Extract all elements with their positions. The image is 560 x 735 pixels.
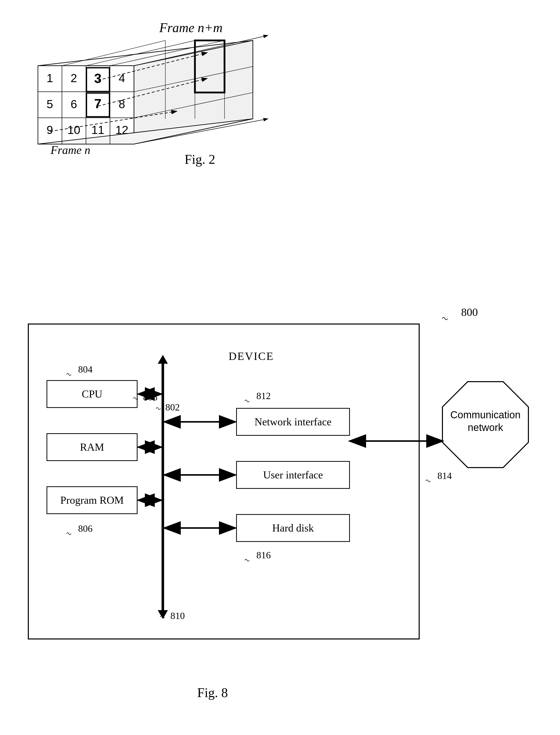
device-label: DEVICE: [229, 350, 274, 363]
ram-box: RAM: [47, 433, 138, 461]
ref-812: 812: [256, 390, 271, 401]
svg-text:5: 5: [47, 98, 53, 111]
ref-810: 810: [170, 610, 185, 621]
frame-n-label: Frame n: [51, 143, 90, 157]
hddisk-box: Hard disk: [236, 514, 350, 542]
svg-text:2: 2: [71, 72, 77, 85]
ref-804-tilde: ~: [64, 368, 73, 380]
ref-814: 814: [437, 470, 452, 481]
ref-816-tilde: ~: [243, 554, 251, 566]
ref-806-tilde: ~: [64, 527, 73, 540]
fig2-caption: Fig. 2: [185, 152, 215, 167]
cpu-label: CPU: [82, 388, 102, 400]
ref-804: 804: [78, 364, 93, 375]
userif-box: User interface: [236, 461, 350, 489]
svg-text:3: 3: [94, 71, 102, 86]
ref-806: 806: [78, 523, 93, 534]
fig8-caption: Fig. 8: [197, 685, 228, 700]
comm-net-svg: Communication network: [435, 374, 536, 475]
ref-808: 808: [143, 391, 158, 402]
ref-800-tilde: ~: [440, 312, 450, 326]
fig2-diagram: Frame n+m: [25, 15, 278, 172]
rom-label: Program ROM: [60, 494, 124, 506]
svg-text:11: 11: [91, 123, 104, 137]
comm-net-container: Communication network 814 ~: [435, 374, 536, 475]
ref-814-tilde: ~: [424, 475, 432, 487]
cpu-box: CPU: [47, 380, 138, 408]
ram-label: RAM: [80, 441, 104, 453]
svg-text:12: 12: [115, 123, 128, 137]
hddisk-label: Hard disk: [272, 522, 314, 534]
rom-box: Program ROM: [47, 486, 138, 514]
netif-box: Network interface: [236, 408, 350, 436]
ref-816: 816: [256, 549, 271, 561]
svg-text:10: 10: [67, 123, 80, 137]
ref-802: 802: [165, 401, 180, 413]
svg-text:9: 9: [47, 123, 53, 137]
ref-802-tilde: ~: [154, 402, 163, 414]
ref-812-tilde: ~: [243, 395, 251, 407]
userif-label: User interface: [263, 469, 323, 481]
svg-text:7: 7: [94, 96, 102, 111]
svg-text:network: network: [468, 422, 503, 433]
fig8-diagram: 800 ~ DEVICE CPU 804 ~ RAM Program ROM 8…: [20, 303, 551, 708]
device-box: DEVICE CPU 804 ~ RAM Program ROM 806 ~ N…: [28, 324, 420, 639]
ref-800: 800: [461, 306, 478, 319]
svg-text:Communication: Communication: [450, 409, 521, 420]
svg-text:6: 6: [71, 98, 77, 111]
svg-text:1: 1: [47, 72, 53, 85]
svg-marker-44: [158, 355, 168, 364]
ref-810-tilde: ~: [158, 611, 167, 623]
netif-label: Network interface: [255, 416, 331, 428]
